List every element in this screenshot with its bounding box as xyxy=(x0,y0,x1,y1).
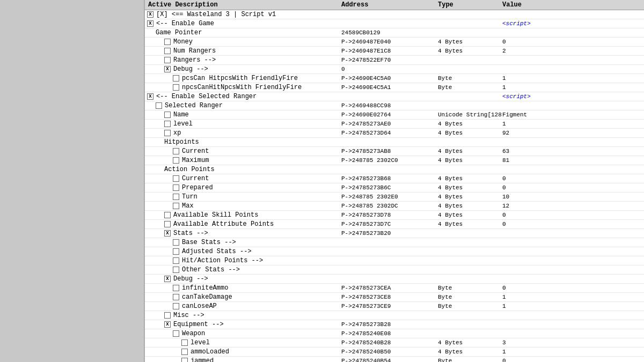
table-row[interactable]: canTakeDamageP->24785273CE8Byte1 xyxy=(145,293,644,302)
checkbox-unchecked[interactable] xyxy=(173,285,179,291)
table-row[interactable]: levelP->24785240B284 Bytes3 xyxy=(145,338,644,348)
checkbox-unchecked[interactable] xyxy=(164,57,171,63)
table-row[interactable]: canLoseAPP->24785273CE9Byte1 xyxy=(145,302,644,311)
checkbox-unchecked[interactable] xyxy=(164,39,171,45)
row-type: 4 Bytes xyxy=(437,184,501,191)
table-row[interactable]: levelP->24785273AE04 Bytes1 xyxy=(145,120,644,129)
table-row[interactable]: Debug -->0 xyxy=(145,65,644,74)
table-row[interactable]: CurrentP->24785273AB84 Bytes63 xyxy=(145,147,644,156)
row-address: P->2469487E1C8 xyxy=(340,48,437,54)
row-label: xp xyxy=(173,129,181,137)
row-value: 1 xyxy=(501,349,566,355)
table-row[interactable]: xpP->24785273D644 Bytes92 xyxy=(145,129,644,138)
checkbox-checked[interactable] xyxy=(164,276,171,282)
row-type: Byte xyxy=(437,285,501,291)
checkbox-unchecked[interactable] xyxy=(164,48,171,54)
checkbox-unchecked[interactable] xyxy=(173,248,179,255)
table-row[interactable]: Available Skill PointsP->24785273D784 By… xyxy=(145,211,644,220)
table-row[interactable]: Action Points xyxy=(145,165,644,174)
checkbox-unchecked[interactable] xyxy=(164,221,171,227)
table-row[interactable]: Equipment -->P->24785273B28 xyxy=(145,320,644,329)
row-address: P->24785273CEA xyxy=(340,285,437,291)
table-row[interactable]: <-- Enable Game<script> xyxy=(145,19,644,28)
checkbox-unchecked[interactable] xyxy=(173,75,179,82)
table-row[interactable]: npcsCanHitNpcsWith FriendlyFireP->24690E… xyxy=(145,83,644,92)
table-row[interactable]: jammedP->24785240B54Byte0 xyxy=(145,357,644,362)
checkbox-unchecked[interactable] xyxy=(164,212,171,218)
checkbox-unchecked[interactable] xyxy=(164,121,171,127)
row-type: 4 Bytes xyxy=(437,157,501,164)
table-row[interactable]: Available Attribute PointsP->24785273D7C… xyxy=(145,220,644,229)
checkbox-unchecked[interactable] xyxy=(173,194,179,200)
row-address: P->24690E4C5A1 xyxy=(340,84,437,91)
row-label: level xyxy=(173,120,193,128)
checkbox-unchecked[interactable] xyxy=(181,349,188,355)
row-label: Max xyxy=(182,202,194,210)
checkbox-unchecked[interactable] xyxy=(173,294,179,300)
table-row[interactable]: NameP->24690E02764Unicode String[128]Fig… xyxy=(145,110,644,120)
table-row[interactable]: Base Stats --> xyxy=(145,238,644,247)
table-row[interactable]: ammoLoadedP->24785240B504 Bytes1 xyxy=(145,348,644,357)
checkbox-unchecked[interactable] xyxy=(164,312,171,319)
row-label: Weapon xyxy=(182,330,205,337)
table-row[interactable]: Hit/Action Points --> xyxy=(145,256,644,265)
checkbox-unchecked[interactable] xyxy=(181,339,188,346)
table-body[interactable]: [X] <== Wasteland 3 | Script v1<-- Enabl… xyxy=(145,10,644,362)
checkbox-checked[interactable] xyxy=(164,321,171,328)
table-row[interactable]: Hitpoints xyxy=(145,138,644,147)
checkbox-unchecked[interactable] xyxy=(164,112,171,118)
table-row[interactable]: [X] <== Wasteland 3 | Script v1 xyxy=(145,10,644,19)
table-row[interactable]: Other Stats --> xyxy=(145,265,644,275)
checkbox-checked[interactable] xyxy=(164,66,171,72)
table-row[interactable]: pcsCan HitpcsWith FriendlyFireP->24690E4… xyxy=(145,74,644,83)
row-value: <script> xyxy=(501,20,566,27)
col-header-address: Address xyxy=(340,1,437,9)
row-label: Turn xyxy=(182,193,197,201)
row-label: Hitpoints xyxy=(164,138,199,146)
checkbox-unchecked[interactable] xyxy=(173,148,179,154)
checkbox-unchecked[interactable] xyxy=(173,184,179,191)
row-address: P->24785273D64 xyxy=(340,130,437,136)
checkbox-unchecked[interactable] xyxy=(173,84,179,91)
table-row[interactable]: Game Pointer24589CB0129 xyxy=(145,28,644,38)
checkbox-checked[interactable] xyxy=(164,230,171,237)
table-row[interactable]: Num RangersP->2469487E1C84 Bytes2 xyxy=(145,47,644,56)
checkbox-checked[interactable] xyxy=(147,20,153,27)
checkbox-unchecked[interactable] xyxy=(173,257,179,264)
checkbox-checked[interactable] xyxy=(147,11,153,18)
table-row[interactable]: <-- Enable Selected Ranger<script> xyxy=(145,92,644,101)
row-value: 1 xyxy=(501,121,566,127)
checkbox-unchecked[interactable] xyxy=(181,358,188,362)
checkbox-unchecked[interactable] xyxy=(173,303,179,309)
checkbox-unchecked[interactable] xyxy=(173,239,179,246)
table-row[interactable]: CurrentP->24785273B684 Bytes0 xyxy=(145,174,644,183)
row-address: P->24690E02764 xyxy=(340,112,437,118)
table-row[interactable]: Adjusted Stats --> xyxy=(145,247,644,256)
table-header: Active Description Address Type Value xyxy=(145,0,644,10)
table-row[interactable]: Selected RangerP->2469488CC98 xyxy=(145,101,644,110)
checkbox-unchecked[interactable] xyxy=(173,203,179,209)
checkbox-unchecked[interactable] xyxy=(173,157,179,164)
checkbox-unchecked[interactable] xyxy=(173,330,179,337)
table-row[interactable]: MaximumP->248785 2302C04 Bytes81 xyxy=(145,156,644,165)
table-row[interactable]: Rangers -->P->2478522EF70 xyxy=(145,56,644,65)
row-type: 4 Bytes xyxy=(437,339,501,346)
table-row[interactable]: Misc --> xyxy=(145,311,644,320)
table-row[interactable]: infiniteAmmoP->24785273CEAByte0 xyxy=(145,284,644,293)
checkbox-unchecked[interactable] xyxy=(164,130,171,136)
checkbox-checked[interactable] xyxy=(147,93,153,100)
checkbox-unchecked[interactable] xyxy=(156,102,162,109)
table-row[interactable]: WeaponP->24785240E08 xyxy=(145,329,644,338)
table-row[interactable]: MoneyP->2469487E0404 Bytes0 xyxy=(145,38,644,47)
row-label: Game Pointer xyxy=(156,29,202,36)
row-address: P->24785240B54 xyxy=(340,358,437,362)
table-row[interactable]: PreparedP->24785273B6C4 Bytes0 xyxy=(145,183,644,193)
table-row[interactable]: Debug --> xyxy=(145,275,644,284)
checkbox-unchecked[interactable] xyxy=(173,175,179,182)
table-row[interactable]: MaxP->248785 2302DC4 Bytes12 xyxy=(145,202,644,211)
checkbox-unchecked[interactable] xyxy=(173,267,179,273)
table-row[interactable]: TurnP->248785 2302E04 Bytes10 xyxy=(145,193,644,202)
row-value: 1 xyxy=(501,75,566,82)
table-row[interactable]: Stats -->P->24785273B20 xyxy=(145,229,644,238)
row-address: P->24785273AB8 xyxy=(340,148,437,154)
